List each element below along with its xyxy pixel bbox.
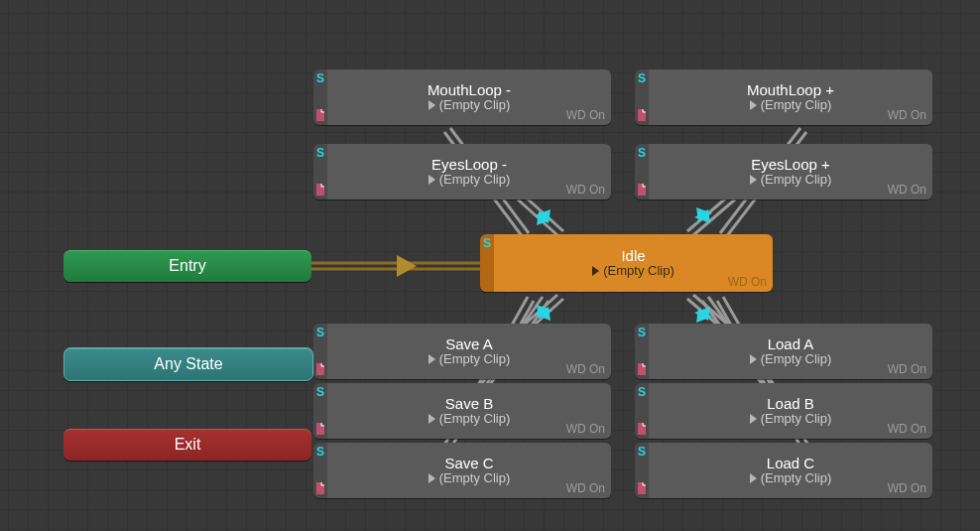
- any-state-node[interactable]: Any State: [63, 347, 313, 381]
- any-state-label: Any State: [154, 355, 222, 373]
- state-save-b[interactable]: S Save B(Empty Clip) WD On: [313, 383, 611, 439]
- play-icon: [750, 354, 757, 364]
- state-motion: (Empty Clip): [429, 412, 511, 426]
- state-sidebar: S: [635, 324, 649, 379]
- state-title: Save A: [445, 336, 493, 353]
- state-motion: (Empty Clip): [429, 471, 511, 485]
- state-title: Load A: [768, 336, 814, 353]
- entry-node[interactable]: Entry: [63, 250, 311, 282]
- motion-doc-icon: [315, 423, 325, 435]
- state-motion: (Empty Clip): [750, 352, 832, 366]
- state-sidebar: S: [313, 144, 327, 199]
- sync-badge: S: [316, 146, 324, 160]
- state-mouthloop-plus[interactable]: S MouthLoop +(Empty Clip) WD On: [635, 69, 932, 125]
- write-defaults-badge: WD On: [566, 108, 605, 122]
- motion-doc-icon: [637, 482, 647, 494]
- state-motion: (Empty Clip): [592, 264, 674, 278]
- play-icon: [750, 175, 757, 185]
- write-defaults-badge: WD On: [888, 362, 926, 376]
- state-title: Load C: [767, 456, 814, 472]
- state-load-b[interactable]: S Load B(Empty Clip) WD On: [635, 383, 932, 439]
- state-save-c[interactable]: S Save C(Empty Clip) WD On: [313, 443, 611, 498]
- state-title: EyesLoop +: [751, 157, 830, 174]
- sync-badge: S: [638, 326, 646, 339]
- state-load-c[interactable]: S Load C(Empty Clip) WD On: [635, 443, 932, 498]
- sync-badge: S: [483, 236, 491, 250]
- motion-doc-icon: [315, 482, 325, 494]
- state-load-a[interactable]: S Load A(Empty Clip) WD On: [635, 324, 932, 379]
- play-icon: [750, 473, 757, 483]
- write-defaults-badge: WD On: [888, 422, 926, 436]
- state-title: MouthLoop -: [428, 82, 511, 99]
- play-icon: [429, 175, 435, 185]
- state-sidebar: S: [635, 443, 649, 498]
- play-icon: [429, 414, 435, 424]
- write-defaults-badge: WD On: [566, 183, 605, 197]
- state-title: Save B: [445, 396, 493, 413]
- animator-graph-canvas[interactable]: Entry Any State Exit S Idle (Empty Clip)…: [0, 0, 980, 531]
- motion-doc-icon: [315, 363, 325, 375]
- state-motion: (Empty Clip): [750, 173, 832, 187]
- motion-doc-icon: [637, 109, 647, 121]
- state-sidebar: S: [635, 69, 649, 125]
- state-sidebar: S: [313, 383, 327, 439]
- entry-label: Entry: [169, 257, 205, 275]
- sync-badge: S: [316, 71, 324, 85]
- motion-doc-icon: [315, 184, 325, 196]
- sync-badge: S: [638, 385, 646, 399]
- motion-doc-icon: [315, 109, 325, 121]
- motion-doc-icon: [637, 363, 647, 375]
- motion-doc-icon: [637, 423, 647, 435]
- state-sidebar: S: [480, 234, 494, 292]
- write-defaults-badge: WD On: [566, 481, 605, 495]
- state-motion: (Empty Clip): [429, 98, 511, 112]
- write-defaults-badge: WD On: [888, 108, 926, 122]
- sync-badge: S: [638, 71, 646, 85]
- play-icon: [429, 100, 435, 110]
- sync-badge: S: [316, 326, 324, 339]
- state-idle[interactable]: S Idle (Empty Clip) WD On: [480, 234, 773, 292]
- entry-transition-arrow: [397, 255, 417, 277]
- state-title: EyesLoop -: [431, 157, 507, 174]
- state-eyesloop-minus[interactable]: S EyesLoop -(Empty Clip) WD On: [313, 144, 611, 199]
- write-defaults-badge: WD On: [888, 481, 926, 495]
- play-icon: [750, 100, 757, 110]
- state-title: Idle: [621, 248, 645, 265]
- play-icon: [592, 266, 599, 276]
- sync-badge: S: [638, 146, 646, 160]
- motion-doc-icon: [637, 184, 647, 196]
- sync-badge: S: [316, 445, 324, 459]
- state-save-a[interactable]: S Save A(Empty Clip) WD On: [313, 324, 611, 379]
- write-defaults-badge: WD On: [888, 183, 926, 197]
- state-motion: (Empty Clip): [750, 471, 832, 485]
- write-defaults-badge: WD On: [566, 362, 605, 376]
- play-icon: [750, 414, 757, 424]
- play-icon: [429, 473, 435, 483]
- play-icon: [429, 354, 435, 364]
- state-title: MouthLoop +: [747, 82, 834, 99]
- state-sidebar: S: [635, 144, 649, 199]
- state-motion: (Empty Clip): [429, 352, 511, 366]
- state-title: Load B: [767, 396, 814, 413]
- state-sidebar: S: [635, 383, 649, 439]
- state-mouthloop-minus[interactable]: S MouthLoop -(Empty Clip) WD On: [313, 69, 611, 125]
- state-sidebar: S: [313, 443, 327, 498]
- state-motion: (Empty Clip): [750, 412, 832, 426]
- sync-badge: S: [638, 445, 646, 459]
- state-motion: (Empty Clip): [750, 98, 832, 112]
- state-sidebar: S: [313, 324, 327, 379]
- state-eyesloop-plus[interactable]: S EyesLoop +(Empty Clip) WD On: [635, 144, 932, 199]
- state-motion: (Empty Clip): [429, 173, 511, 187]
- state-title: Save C: [444, 456, 493, 472]
- sync-badge: S: [316, 385, 324, 399]
- write-defaults-badge: WD On: [566, 422, 605, 436]
- state-sidebar: S: [313, 69, 327, 125]
- exit-label: Exit: [175, 436, 201, 454]
- write-defaults-badge: WD On: [728, 275, 767, 289]
- exit-node[interactable]: Exit: [63, 429, 311, 461]
